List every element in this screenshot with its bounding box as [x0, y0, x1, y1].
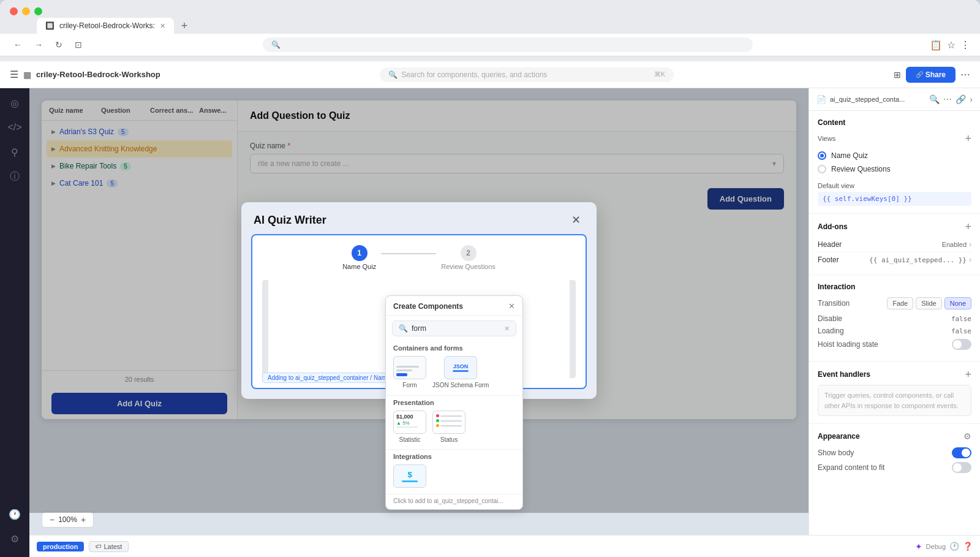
default-view-code: {{ self.viewKeys[0] }}: [818, 192, 971, 206]
views-label: Views: [818, 135, 835, 142]
none-button[interactable]: None: [944, 297, 971, 309]
containers-section-title: Containers and forms: [386, 341, 522, 354]
add-view-button[interactable]: +: [965, 133, 971, 144]
retool-magic-icon: ✦: [915, 542, 922, 551]
left-handle[interactable]: [262, 280, 268, 378]
popup-search-input[interactable]: [412, 324, 500, 333]
popup-search-container: 🔍 ✕: [392, 320, 516, 336]
footer-addon-arrow: ›: [969, 256, 971, 264]
reload-button[interactable]: ↻: [51, 37, 66, 52]
zoom-controls: − 100% +: [42, 512, 94, 528]
add-event-handler-button[interactable]: +: [965, 369, 971, 380]
disable-value: false: [951, 315, 971, 323]
show-body-toggle[interactable]: [952, 447, 971, 458]
transition-label: Transition: [818, 299, 850, 308]
sidebar-info-icon[interactable]: ⓘ: [4, 165, 26, 188]
search-bar[interactable]: 🔍 Search for components, queries, and ac…: [380, 67, 674, 82]
close-button[interactable]: [10, 7, 18, 15]
view2-radio[interactable]: [818, 165, 826, 173]
modal-title: AI Quiz Writer: [254, 214, 326, 227]
search-kbd: ⌘K: [654, 70, 665, 78]
status-item[interactable]: Status: [432, 411, 466, 443]
create-components-popup: Create Components ✕ 🔍 ✕ Containers and f…: [385, 295, 523, 510]
hoist-toggle[interactable]: [952, 339, 971, 350]
popup-close-button[interactable]: ✕: [508, 301, 515, 311]
tab-close-button[interactable]: ✕: [160, 22, 165, 30]
clipboard-button[interactable]: 📋: [930, 39, 942, 51]
panel-search-icon[interactable]: 🔍: [929, 94, 940, 104]
latest-badge[interactable]: 🏷 Latest: [89, 541, 129, 552]
tune-icon[interactable]: ⚙: [963, 431, 971, 441]
share-button[interactable]: 🔗 Share: [906, 67, 956, 83]
sidebar-toggle-icon[interactable]: ☰: [10, 69, 18, 80]
menu-button[interactable]: ⋮: [960, 39, 970, 51]
share-label: Share: [925, 70, 946, 79]
panel-more-icon[interactable]: ⋯: [943, 94, 952, 104]
json-schema-form-item[interactable]: JSON JSON Schema Form: [432, 356, 489, 389]
tag-icon: 🏷: [96, 543, 102, 550]
back-button[interactable]: ←: [10, 37, 26, 52]
statistic-item[interactable]: $1,000 ▲ 5% Statistic: [393, 411, 426, 443]
new-tab-button[interactable]: +: [176, 20, 193, 32]
integration-item[interactable]: $: [393, 464, 426, 488]
view1-radio[interactable]: [818, 151, 826, 160]
modal: AI Quiz Writer ✕ 1 Name Quiz 2: [241, 202, 597, 399]
forward-button[interactable]: →: [31, 37, 47, 52]
form-component-item[interactable]: Form: [393, 356, 426, 389]
zoom-out-button[interactable]: −: [48, 515, 56, 525]
sidebar-settings-icon[interactable]: ⚙: [4, 528, 26, 550]
more-options-button[interactable]: ⋯: [960, 69, 970, 80]
popup-footer: Click to add to ai_quiz_stepped_contai..…: [386, 494, 522, 509]
fade-button[interactable]: Fade: [887, 297, 913, 309]
debug-button[interactable]: Debug: [926, 543, 946, 550]
panel-expand-icon[interactable]: ›: [970, 94, 973, 104]
clear-search-icon[interactable]: ✕: [504, 325, 510, 333]
modal-close-button[interactable]: ✕: [568, 212, 584, 228]
header-addon-arrow: ›: [969, 240, 971, 249]
maximize-button[interactable]: [34, 7, 42, 15]
statistic-label: Statistic: [399, 436, 420, 443]
popup-search-icon: 🔍: [399, 324, 408, 333]
slide-button[interactable]: Slide: [916, 297, 941, 309]
footer-addon-label: Footer: [818, 256, 839, 264]
step-connector: [381, 253, 436, 254]
step1-circle: 1: [352, 245, 368, 261]
interaction-section-title: Interaction: [818, 282, 971, 291]
debug-help-button[interactable]: ❓: [963, 542, 973, 551]
header-addon-label: Header: [818, 240, 842, 249]
left-sidebar: ⊞ ◎ </> ⚲ ⓘ 🕐 ⚙: [0, 61, 29, 557]
panel-link-icon[interactable]: 🔗: [956, 94, 966, 104]
cast-button[interactable]: ⊡: [71, 37, 86, 52]
hoist-label: Hoist loading state: [818, 340, 878, 349]
step2-label: Review Questions: [441, 263, 496, 270]
sidebar-code-icon[interactable]: </>: [4, 116, 26, 138]
debug-clock-button[interactable]: 🕐: [949, 542, 959, 551]
layout-button[interactable]: ⊞: [894, 70, 901, 80]
zoom-in-button[interactable]: +: [80, 515, 87, 525]
right-handle[interactable]: [570, 280, 576, 378]
add-addon-button[interactable]: +: [965, 221, 971, 232]
grid-icon[interactable]: ▦: [23, 70, 31, 80]
view1-option[interactable]: Name Quiz: [818, 149, 971, 162]
status-label: Status: [440, 436, 458, 443]
disable-label: Disable: [818, 314, 842, 323]
content-section-title: Content: [818, 118, 971, 127]
view2-option[interactable]: Review Questions: [818, 162, 971, 176]
event-handler-placeholder: Trigger queries, control components, or …: [818, 385, 971, 416]
sidebar-components-icon[interactable]: ◎: [4, 92, 26, 114]
default-view-label: Default view: [818, 182, 971, 189]
expand-content-label: Expand content to fit: [818, 463, 884, 472]
sidebar-history-icon[interactable]: 🕐: [4, 503, 26, 525]
addons-section-title: Add-ons: [818, 222, 848, 231]
expand-content-toggle[interactable]: [952, 462, 971, 473]
minimize-button[interactable]: [22, 7, 30, 15]
sidebar-search-icon[interactable]: ⚲: [4, 141, 26, 163]
active-tab[interactable]: 🔲 criley-Retool-Bedrock-Works: ✕: [37, 18, 174, 34]
env-badge[interactable]: production: [37, 542, 84, 551]
show-body-label: Show body: [818, 449, 854, 457]
component-name: ai_quiz_stepped_conta...: [830, 96, 925, 103]
step1-label: Name Quiz: [342, 263, 376, 270]
presentation-section-title: Presentation: [386, 396, 522, 408]
bookmark-button[interactable]: ☆: [947, 39, 956, 51]
popup-title: Create Components: [393, 302, 463, 311]
